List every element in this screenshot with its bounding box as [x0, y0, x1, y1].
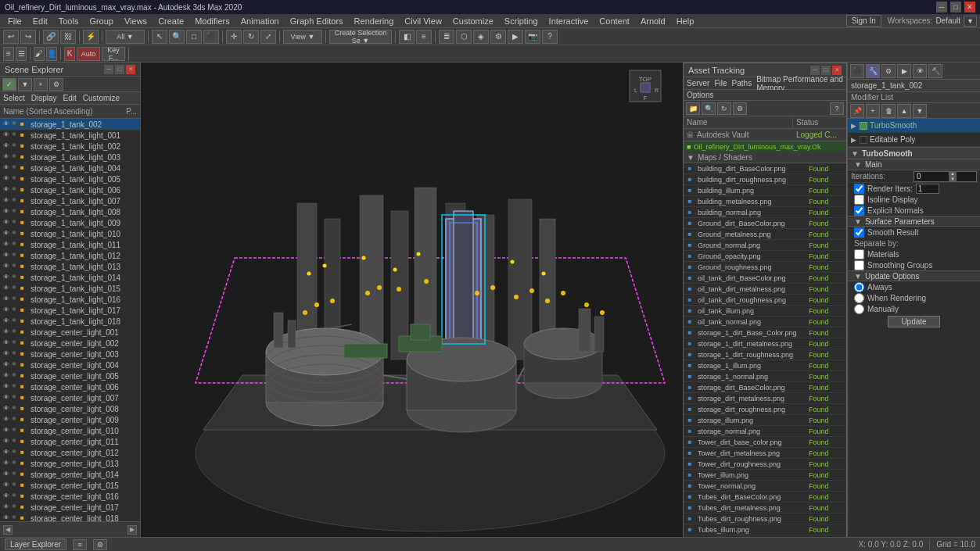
menu-help[interactable]: Help [672, 16, 699, 27]
se-list-item[interactable]: 👁 ❄ ■ storage_1_tank_light_011 [0, 239, 140, 250]
at-file-row[interactable]: ■ oil_tank_dirt_metalness.png Found [684, 284, 846, 295]
menu-group[interactable]: Group [84, 16, 118, 27]
at-file-row[interactable]: ■ Tubes_dirt_roughness.png Found [684, 513, 846, 524]
at-file-row[interactable]: ■ building_dirt_roughness.png Found [684, 174, 846, 185]
se-list-item[interactable]: 👁 ❄ ■ storage_center_light_012 [0, 447, 140, 458]
rp-modifier-editablepoly[interactable]: ▶ Editable Poly [848, 133, 980, 147]
rp-modify-btn[interactable]: 🔧 [866, 64, 880, 78]
at-file-list[interactable]: ■ building_dirt_BaseColor.png Found ■ bu… [684, 163, 846, 537]
rp-pin-btn[interactable]: 📌 [850, 104, 864, 118]
minimize-button[interactable]: ─ [936, 2, 947, 13]
select-by-name-button[interactable]: 🔍 [169, 30, 185, 44]
at-help-btn[interactable]: ? [830, 102, 844, 115]
se-list-item[interactable]: 👁 ❄ ■ storage_center_light_017 [0, 502, 140, 513]
at-file-row[interactable]: ■ storage_dirt_BaseColor.png Found [684, 382, 846, 393]
se-scroll-right[interactable]: ▶ [127, 525, 137, 535]
rotate-button[interactable]: ↻ [243, 30, 259, 44]
menu-modifiers[interactable]: Modifiers [190, 16, 235, 27]
at-file-row[interactable]: ■ Tower_dirt_base_color.png Found [684, 437, 846, 448]
rp-explicit-check[interactable] [854, 206, 864, 216]
menu-interactive[interactable]: Interactive [544, 16, 594, 27]
se-list-item[interactable]: 👁 ❄ ■ storage_center_light_005 [0, 370, 140, 381]
se-add-btn[interactable]: + [34, 78, 48, 91]
at-file-row[interactable]: ■ storage_dirt_metalness.png Found [684, 393, 846, 404]
rp-display-btn[interactable]: 👁 [913, 64, 927, 78]
layer-explorer-btn[interactable]: Layer Explorer [5, 538, 66, 550]
close-button[interactable]: ✕ [964, 2, 975, 13]
se-list-item[interactable]: 👁 ❄ ■ storage_1_tank_light_013 [0, 261, 140, 272]
rect-select-button[interactable]: □ [186, 30, 202, 44]
at-btn2[interactable]: 🔍 [702, 102, 716, 115]
se-list-item[interactable]: 👁 ❄ ■ storage_1_tank_light_008 [0, 206, 140, 217]
se-menu-edit[interactable]: Edit [63, 94, 77, 102]
se-maximize-btn[interactable]: □ [115, 65, 124, 74]
se-list-item[interactable]: 👁 ❄ ■ storage_1_tank_light_009 [0, 217, 140, 228]
at-menu-options[interactable]: Options [687, 91, 713, 99]
menu-content[interactable]: Content [594, 16, 634, 27]
rp-utility-btn[interactable]: 🔨 [928, 64, 942, 78]
bind-to-space-warp[interactable]: ⚡ [83, 30, 99, 44]
rp-render-iters-check[interactable] [854, 184, 864, 194]
viewport[interactable]: Total storage_1_tank_002 Polys: 6 609 82… [141, 63, 847, 537]
help-button[interactable]: ? [542, 30, 558, 44]
menu-edit[interactable]: Edit [28, 16, 52, 27]
menu-create[interactable]: Create [153, 16, 188, 27]
se-local-btn[interactable]: ✓ [2, 78, 16, 91]
se-list-item[interactable]: 👁 ❄ ■ storage_center_light_010 [0, 425, 140, 436]
se-list-item[interactable]: 👁 ❄ ■ storage_1_tank_light_003 [0, 152, 140, 163]
rp-iterations-up[interactable]: ▲ [949, 171, 957, 177]
at-file-row[interactable]: ■ Ground_roughness.png Found [684, 262, 846, 273]
se-list-item[interactable]: 👁 ❄ ■ storage_center_light_018 [0, 513, 140, 521]
at-btn1[interactable]: 📁 [686, 102, 700, 115]
se-list-item[interactable]: 👁 ❄ ■ storage_1_tank_light_018 [0, 316, 140, 327]
populate-button[interactable]: 👤 [46, 47, 57, 61]
menu-rendering[interactable]: Rendering [350, 16, 399, 27]
at-file-row[interactable]: ■ storage_illum.png Found [684, 415, 846, 426]
window-crossing-button[interactable]: ⬛ [203, 30, 219, 44]
at-file-row[interactable]: ■ building_dirt_BaseColor.png Found [684, 163, 846, 174]
schematic-view-button[interactable]: ⬡ [456, 30, 472, 44]
se-list-item[interactable]: 👁 ❄ ■ storage_center_light_004 [0, 360, 140, 370]
at-file-row[interactable]: ■ Ground_dirt_BaseColor.png Found [684, 218, 846, 229]
rp-create-btn[interactable]: ⬛ [850, 64, 864, 78]
at-file-row[interactable]: ■ Ground_opacity.png Found [684, 251, 846, 262]
move-button[interactable]: ✛ [226, 30, 242, 44]
se-list-item[interactable]: 👁 ❄ ■ storage_center_light_008 [0, 403, 140, 414]
se-list-item[interactable]: 👁 ❄ ■ storage_1_tank_light_016 [0, 294, 140, 305]
at-file-row[interactable]: ■ Tubes_dirt_BaseColor.png Found [684, 492, 846, 503]
menu-file[interactable]: File [3, 16, 27, 27]
se-menu-customize[interactable]: Customize [83, 94, 120, 102]
at-file-row[interactable]: ■ oil_tank_normal.png Found [684, 317, 846, 327]
rp-motion-btn[interactable]: ▶ [897, 64, 911, 78]
at-file-row[interactable]: ■ building_metalness.png Found [684, 196, 846, 207]
align-button[interactable]: ≡ [416, 30, 432, 44]
se-list[interactable]: 👁 ❄ ■ storage_1_tank_002 👁 ❄ ■ storage_1… [0, 119, 140, 521]
menu-views[interactable]: Views [120, 16, 152, 27]
rp-smooth-result-check[interactable] [854, 227, 864, 238]
menu-civil-view[interactable]: Civil View [400, 16, 446, 27]
se-scroll-left[interactable]: ◀ [3, 525, 13, 535]
rp-isoline-check[interactable] [854, 195, 864, 205]
se-list-item[interactable]: 👁 ❄ ■ storage_1_tank_light_006 [0, 184, 140, 195]
at-file-row[interactable]: ■ storage_1_dirt_roughness.png Found [684, 349, 846, 360]
se-list-item[interactable]: 👁 ❄ ■ storage_1_tank_light_014 [0, 272, 140, 283]
rp-modifier-delete-btn[interactable]: 🗑 [881, 104, 896, 118]
at-file-row[interactable]: ■ oil_tank_illum.png Found [684, 306, 846, 317]
at-close-btn[interactable]: ✕ [832, 66, 842, 75]
menu-customize[interactable]: Customize [448, 16, 498, 27]
se-filter-btn[interactable]: ▼ [18, 78, 32, 91]
rp-render-iters-value-box[interactable]: 1 [916, 184, 939, 194]
sign-in-button[interactable]: Sign In [846, 15, 881, 27]
se-menu-select[interactable]: Select [3, 94, 25, 102]
se-list-item[interactable]: 👁 ❄ ■ storage_center_light_001 [0, 327, 140, 338]
rp-update-button[interactable]: Update [888, 316, 939, 327]
at-file-row[interactable]: ■ oil_tank_dirt_roughness.png Found [684, 295, 846, 306]
se-menu-display[interactable]: Display [31, 94, 57, 102]
rp-modifier-move-down-btn[interactable]: ▼ [913, 104, 927, 118]
unlink-button[interactable]: ⛓ [60, 30, 76, 44]
at-file-row[interactable]: ■ Tower_dirt_metalness.png Found [684, 448, 846, 459]
link-button[interactable]: 🔗 [43, 30, 59, 44]
at-file-row[interactable]: ■ Tower_normal.png Found [684, 481, 846, 492]
render-frame-button[interactable]: ▶ [508, 30, 523, 44]
menu-tools[interactable]: Tools [54, 16, 84, 27]
